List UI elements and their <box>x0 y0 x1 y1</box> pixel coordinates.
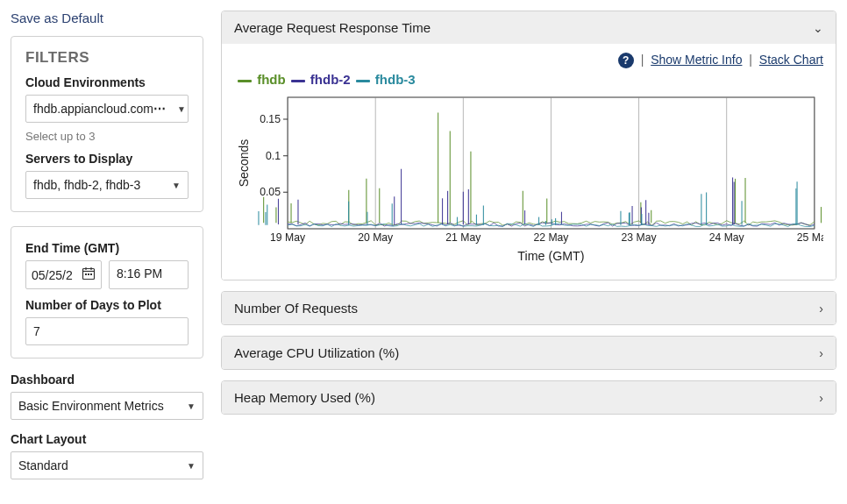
ellipsis-icon: ⋯ <box>153 102 167 116</box>
panel-title: Heap Memory Used (%) <box>234 390 375 405</box>
end-time-value: 8:16 PM <box>117 266 162 280</box>
panel-avg-response-time: Average Request Response Time ⌄ ? | Show… <box>221 11 836 280</box>
panel-title: Number Of Requests <box>234 301 358 316</box>
filters-title: FILTERS <box>25 49 189 67</box>
chevron-right-icon: › <box>819 391 823 405</box>
chevron-down-icon: ⌄ <box>813 21 823 35</box>
svg-text:21 May: 21 May <box>445 231 481 244</box>
legend-swatch <box>356 80 370 82</box>
stack-chart-link[interactable]: Stack Chart <box>759 53 823 67</box>
cloud-env-helper: Select up to 3 <box>25 130 189 143</box>
panel-collapsed: Heap Memory Used (%)› <box>221 380 836 415</box>
svg-text:20 May: 20 May <box>358 231 394 244</box>
time-panel: End Time (GMT) 05/25/2 8:16 PM Number of… <box>11 226 203 358</box>
chart-layout-select[interactable]: Standard ▼ <box>11 451 203 479</box>
servers-label: Servers to Display <box>25 152 189 166</box>
svg-text:25 May: 25 May <box>797 231 823 244</box>
svg-rect-4 <box>85 273 87 275</box>
end-time-label: End Time (GMT) <box>25 241 189 255</box>
end-date-value: 05/25/2 <box>32 268 73 282</box>
chevron-down-icon: ▼ <box>177 104 186 114</box>
panel-body: ? | Show Metric Info | Stack Chart fhdb … <box>222 44 836 280</box>
chart-area: 19 May20 May21 May22 May23 May24 May25 M… <box>234 89 823 264</box>
save-as-default-link[interactable]: Save as Default <box>11 11 203 25</box>
svg-text:Seconds: Seconds <box>237 139 251 187</box>
separator: | <box>641 53 644 67</box>
dashboard-label: Dashboard <box>11 373 203 387</box>
legend-item: fhdb-2 <box>291 72 351 87</box>
panel-header[interactable]: Number Of Requests› <box>222 292 836 324</box>
panel-header[interactable]: Average CPU Utilization (%)› <box>222 337 836 369</box>
svg-text:0.15: 0.15 <box>260 113 281 125</box>
svg-rect-5 <box>88 273 89 275</box>
legend-swatch <box>291 80 305 82</box>
calendar-icon[interactable] <box>82 266 96 283</box>
chevron-right-icon: › <box>819 346 823 360</box>
panel-header[interactable]: Heap Memory Used (%)› <box>222 381 836 414</box>
chart-legend: fhdb fhdb-2 fhdb-3 <box>234 72 823 87</box>
svg-text:Time (GMT): Time (GMT) <box>517 249 584 263</box>
chevron-right-icon: › <box>819 302 823 316</box>
separator: | <box>749 53 752 67</box>
svg-text:0.1: 0.1 <box>266 150 281 162</box>
cloud-env-select[interactable]: fhdb.appiancloud.com ⋯ ▼ <box>25 95 189 123</box>
chart-layout-label: Chart Layout <box>11 432 203 446</box>
legend-swatch <box>238 80 252 82</box>
days-input[interactable]: 7 <box>25 317 189 345</box>
chart-layout-value: Standard <box>18 458 68 472</box>
days-value: 7 <box>33 324 40 338</box>
panel-collapsed: Number Of Requests› <box>221 291 836 325</box>
chevron-down-icon: ▼ <box>172 181 181 190</box>
chevron-down-icon: ▼ <box>187 401 196 411</box>
svg-text:22 May: 22 May <box>533 231 569 244</box>
dashboard-select[interactable]: Basic Environment Metrics ▼ <box>11 392 203 420</box>
svg-text:24 May: 24 May <box>709 231 745 244</box>
show-metric-info-link[interactable]: Show Metric Info <box>651 53 742 67</box>
filters-panel: FILTERS Cloud Environments fhdb.appiancl… <box>11 36 203 212</box>
servers-select[interactable]: fhdb, fhdb-2, fhdb-3 ▼ <box>25 171 189 199</box>
cloud-env-value: fhdb.appiancloud.com <box>33 102 153 116</box>
panel-title: Average CPU Utilization (%) <box>234 345 399 360</box>
legend-item: fhdb-3 <box>356 72 416 87</box>
end-date-input[interactable]: 05/25/2 <box>25 260 102 289</box>
panel-title: Average Request Response Time <box>234 20 431 35</box>
panel-collapsed: Average CPU Utilization (%)› <box>221 336 836 370</box>
help-icon[interactable]: ? <box>618 53 634 68</box>
chevron-down-icon: ▼ <box>187 461 196 471</box>
svg-text:19 May: 19 May <box>270 231 306 244</box>
svg-text:23 May: 23 May <box>622 231 658 244</box>
panel-header-avg-response-time[interactable]: Average Request Response Time ⌄ <box>222 11 836 44</box>
days-label: Number of Days to Plot <box>25 298 189 312</box>
legend-item: fhdb <box>238 72 286 87</box>
svg-rect-6 <box>90 273 92 275</box>
end-time-input[interactable]: 8:16 PM <box>109 260 189 289</box>
cloud-env-label: Cloud Environments <box>25 75 189 89</box>
dashboard-value: Basic Environment Metrics <box>18 399 164 413</box>
svg-text:0.05: 0.05 <box>260 187 281 199</box>
servers-value: fhdb, fhdb-2, fhdb-3 <box>33 178 140 192</box>
